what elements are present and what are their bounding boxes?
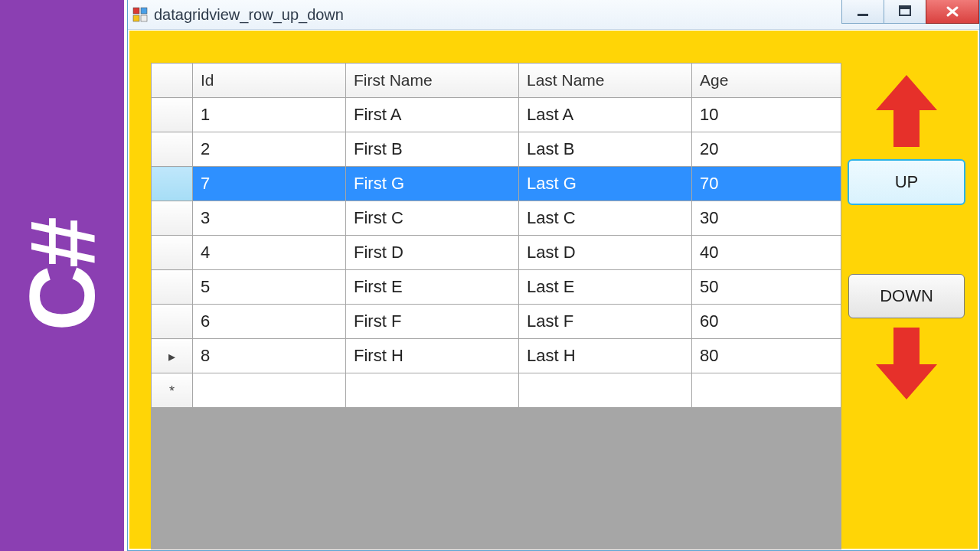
cell-age[interactable]: 80 xyxy=(692,339,841,373)
window-title: datagridview_row_up_down xyxy=(154,6,344,24)
col-firstname[interactable]: First Name xyxy=(346,64,519,98)
svg-rect-1 xyxy=(141,8,147,14)
cell-id[interactable]: 5 xyxy=(193,270,346,305)
side-panel: UP DOWN xyxy=(849,67,964,410)
cell-id[interactable]: 2 xyxy=(193,132,346,167)
up-button[interactable]: UP xyxy=(848,159,965,205)
cell-last[interactable]: Last A xyxy=(519,98,692,132)
cell-id[interactable]: 4 xyxy=(193,236,346,270)
cell-age[interactable]: 60 xyxy=(692,305,841,339)
close-button[interactable] xyxy=(926,0,979,24)
cell-last[interactable]: Last G xyxy=(519,167,692,201)
cell-id[interactable]: 3 xyxy=(193,201,346,236)
row-header[interactable] xyxy=(152,98,193,132)
cell-first[interactable] xyxy=(346,373,519,408)
svg-rect-6 xyxy=(900,6,910,9)
cell-last[interactable]: Last B xyxy=(519,132,692,167)
table-row[interactable]: 4First DLast D40 xyxy=(152,236,841,270)
col-age[interactable]: Age xyxy=(692,64,841,98)
row-header[interactable] xyxy=(152,236,193,270)
row-header[interactable] xyxy=(152,270,193,305)
svg-rect-0 xyxy=(133,8,139,14)
cell-age[interactable]: 10 xyxy=(692,98,841,132)
app-window: datagridview_row_up_down Id xyxy=(127,0,980,551)
minimize-icon xyxy=(856,5,870,18)
banner-text: C# xyxy=(9,220,115,331)
cell-id[interactable] xyxy=(193,373,346,408)
cell-id[interactable]: 6 xyxy=(193,305,346,339)
row-header[interactable]: ▸ xyxy=(152,339,193,373)
svg-rect-3 xyxy=(141,15,147,21)
language-banner: C# xyxy=(0,0,124,551)
datagrid[interactable]: Id First Name Last Name Age 1First ALast… xyxy=(151,63,841,549)
row-header[interactable] xyxy=(152,132,193,167)
close-icon xyxy=(944,5,961,18)
cell-first[interactable]: First H xyxy=(346,339,519,373)
cell-age[interactable]: 30 xyxy=(692,201,841,236)
cell-age[interactable]: 70 xyxy=(692,167,841,201)
cell-id[interactable]: 1 xyxy=(193,98,346,132)
maximize-icon xyxy=(898,5,912,18)
arrow-up-icon xyxy=(872,73,941,153)
arrow-down-icon xyxy=(872,324,941,404)
table-row[interactable]: * xyxy=(152,373,841,408)
table-row[interactable]: 7First GLast G70 xyxy=(152,167,841,201)
header-row: Id First Name Last Name Age xyxy=(152,64,841,98)
table-row[interactable]: 3First CLast C30 xyxy=(152,201,841,236)
cell-last[interactable]: Last C xyxy=(519,201,692,236)
cell-first[interactable]: First A xyxy=(346,98,519,132)
client-area: Id First Name Last Name Age 1First ALast… xyxy=(129,31,978,549)
cell-first[interactable]: First C xyxy=(346,201,519,236)
cell-age[interactable]: 20 xyxy=(692,132,841,167)
table-row[interactable]: ▸8First HLast H80 xyxy=(152,339,841,373)
corner-header[interactable] xyxy=(152,64,193,98)
table-row[interactable]: 6First FLast F60 xyxy=(152,305,841,339)
cell-last[interactable]: Last F xyxy=(519,305,692,339)
row-header[interactable] xyxy=(152,305,193,339)
cell-first[interactable]: First F xyxy=(346,305,519,339)
svg-rect-4 xyxy=(858,14,868,16)
app-icon xyxy=(132,7,148,22)
table-row[interactable]: 2First BLast B20 xyxy=(152,132,841,167)
cell-first[interactable]: First D xyxy=(346,236,519,270)
cell-id[interactable]: 7 xyxy=(193,167,346,201)
cell-last[interactable]: Last D xyxy=(519,236,692,270)
cell-age[interactable] xyxy=(692,373,841,408)
cell-id[interactable]: 8 xyxy=(193,339,346,373)
minimize-button[interactable] xyxy=(841,0,884,24)
cell-first[interactable]: First B xyxy=(346,132,519,167)
row-header[interactable] xyxy=(152,201,193,236)
table-row[interactable]: 5First ELast E50 xyxy=(152,270,841,305)
svg-rect-2 xyxy=(133,15,139,21)
down-button[interactable]: DOWN xyxy=(848,274,965,318)
window-controls xyxy=(842,0,979,24)
cell-age[interactable]: 50 xyxy=(692,270,841,305)
cell-first[interactable]: First G xyxy=(346,167,519,201)
col-lastname[interactable]: Last Name xyxy=(519,64,692,98)
row-header[interactable]: * xyxy=(152,373,193,408)
cell-last[interactable]: Last H xyxy=(519,339,692,373)
maximize-button[interactable] xyxy=(884,0,926,24)
cell-first[interactable]: First E xyxy=(346,270,519,305)
row-header[interactable] xyxy=(152,167,193,201)
cell-last[interactable]: Last E xyxy=(519,270,692,305)
cell-age[interactable]: 40 xyxy=(692,236,841,270)
col-id[interactable]: Id xyxy=(193,64,346,98)
titlebar[interactable]: datagridview_row_up_down xyxy=(128,0,979,30)
table-row[interactable]: 1First ALast A10 xyxy=(152,98,841,132)
cell-last[interactable] xyxy=(519,373,692,408)
